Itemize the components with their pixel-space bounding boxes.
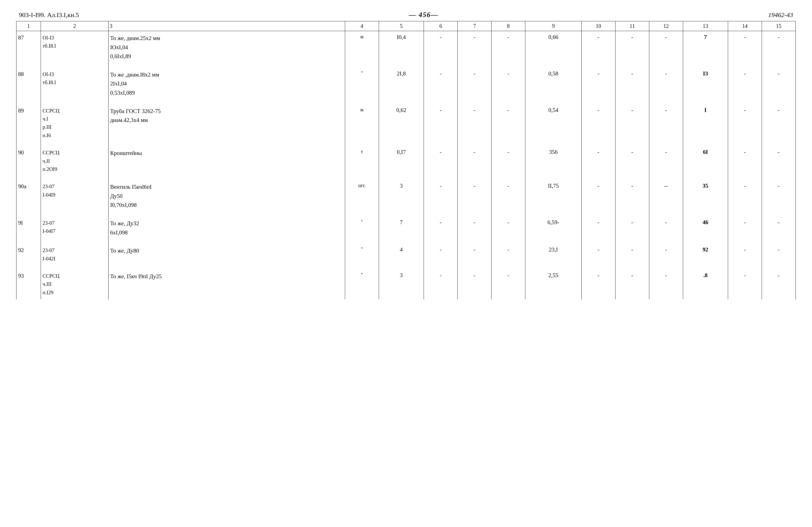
row-col9: 356	[525, 146, 581, 176]
row-col6: -	[424, 244, 458, 266]
spacer-row	[16, 212, 796, 216]
row-description: То же, I5кч I9пI Ду25	[108, 269, 345, 299]
row-col8: -	[492, 180, 525, 212]
row-ref: 23-07I-042I	[41, 244, 108, 266]
row-col8: -	[492, 31, 525, 64]
row-description: Труба ГОСТ 3262-75диам.42,3х4 мм	[108, 104, 345, 142]
header-left: 903-I-I99. Ал.I3.I,кн.5	[19, 11, 79, 19]
row-id: 90а	[16, 180, 41, 212]
row-unit: "	[345, 67, 379, 100]
row-description: Кронштейны	[108, 146, 345, 176]
row-ref: OI-I3тб.I8.I	[41, 67, 108, 100]
row-col5: 2I,8	[379, 67, 424, 100]
spacer-row	[16, 142, 796, 146]
row-col7: -	[458, 146, 492, 176]
row-col7: -	[458, 244, 492, 266]
row-col11: -	[615, 244, 649, 266]
row-ref: 23-07I-04I9	[41, 180, 108, 212]
row-col11: -	[615, 146, 649, 176]
row-description: То же, диам.25х2 ммIОхI,040,6IхI,89	[108, 31, 345, 64]
row-col12: -	[649, 216, 683, 240]
table-row: 9I23-07I-04I7То же, Ду326хI,098"7---6,59…	[16, 216, 796, 240]
row-col10: -	[582, 146, 615, 176]
row-col15: -	[762, 269, 796, 299]
row-col9: 0,54	[525, 104, 581, 142]
row-col11: -	[615, 31, 649, 64]
row-id: 88	[16, 67, 41, 100]
col-header-13: 13	[683, 21, 728, 31]
col-header-15: 15	[762, 21, 796, 31]
row-col10: -	[582, 104, 615, 142]
row-col9: II,75	[525, 180, 581, 212]
row-col15: -	[762, 104, 796, 142]
row-col5: 4	[379, 244, 424, 266]
row-unit: м	[345, 104, 379, 142]
table-row: 90ССРСЦч.IIп.2OI9Кронштейныт0,I7---356--…	[16, 146, 796, 176]
table-row: 89ССРСЦч.Iр.IIIп.I6Труба ГОСТ 3262-75диа…	[16, 104, 796, 142]
main-table: 1 2 3 4 5 6 7 8 9 10 11 12 13 14 15 87OI…	[16, 21, 796, 299]
row-col6: -	[424, 216, 458, 240]
col-header-9: 9	[525, 21, 581, 31]
row-col11: -	[615, 216, 649, 240]
row-id: 90	[16, 146, 41, 176]
row-col13: 46	[683, 216, 728, 240]
row-col5: 0,I7	[379, 146, 424, 176]
row-col10: -	[582, 216, 615, 240]
row-col12: -	[649, 269, 683, 299]
row-col9: 0,66	[525, 31, 581, 64]
row-col7: -	[458, 67, 492, 100]
row-ref: ССРСЦч.IIIп.I29	[41, 269, 108, 299]
row-unit: "	[345, 244, 379, 266]
row-col11: -	[615, 269, 649, 299]
row-id: 87	[16, 31, 41, 64]
row-col13: 6I	[683, 146, 728, 176]
row-ref: OI-I3тб.I8.I	[41, 31, 108, 64]
row-unit: шт.	[345, 180, 379, 212]
row-col13: .8	[683, 269, 728, 299]
page-header: 903-I-I99. Ал.I3.I,кн.5 — 456— 19462-43	[16, 11, 796, 19]
row-col11: -	[615, 180, 649, 212]
row-col6: -	[424, 269, 458, 299]
row-col7: -	[458, 31, 492, 64]
row-col13: I3	[683, 67, 728, 100]
row-col13: 35	[683, 180, 728, 212]
row-description: То же, Ду80	[108, 244, 345, 266]
row-col15: -	[762, 180, 796, 212]
row-id: 93	[16, 269, 41, 299]
row-col6: -	[424, 104, 458, 142]
row-col10: -	[582, 31, 615, 64]
row-col13: I	[683, 104, 728, 142]
table-row: 90а23-07I-04I9Вентиль I5кчI6пIДу50I0,70х…	[16, 180, 796, 212]
col-header-2: 2	[41, 21, 108, 31]
row-col9: 6,59-	[525, 216, 581, 240]
row-id: 92	[16, 244, 41, 266]
row-unit: "	[345, 269, 379, 299]
row-ref: ССРСЦч.IIп.2OI9	[41, 146, 108, 176]
row-col14: -	[728, 67, 762, 100]
table-header-row: 1 2 3 4 5 6 7 8 9 10 11 12 13 14 15	[16, 21, 796, 31]
col-header-4: 4	[345, 21, 379, 31]
row-col6: -	[424, 67, 458, 100]
col-header-10: 10	[582, 21, 615, 31]
col-header-5: 5	[379, 21, 424, 31]
row-col8: -	[492, 146, 525, 176]
row-col14: -	[728, 146, 762, 176]
col-header-14: 14	[728, 21, 762, 31]
row-col14: -	[728, 244, 762, 266]
row-col5: 7	[379, 216, 424, 240]
row-col7: -	[458, 269, 492, 299]
row-col15: -	[762, 244, 796, 266]
col-header-3: 3	[108, 21, 345, 31]
row-col9: 2,55	[525, 269, 581, 299]
row-ref: ССРСЦч.Iр.IIIп.I6	[41, 104, 108, 142]
row-col12: -	[649, 31, 683, 64]
row-col11: -	[615, 67, 649, 100]
row-col9: 0,58	[525, 67, 581, 100]
row-col12: -	[649, 244, 683, 266]
row-col6: -	[424, 180, 458, 212]
row-description: То же ,диам.I8х2 мм2IхI,040,53хI,089	[108, 67, 345, 100]
col-header-12: 12	[649, 21, 683, 31]
col-header-1: 1	[16, 21, 41, 31]
row-col10: -	[582, 269, 615, 299]
row-id: 89	[16, 104, 41, 142]
